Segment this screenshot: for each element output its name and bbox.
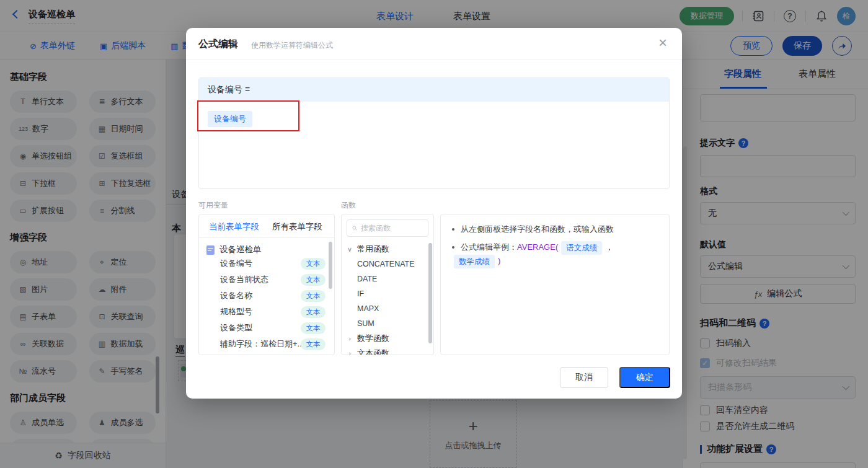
- function-search-input[interactable]: [361, 224, 423, 232]
- functions-scrollbar[interactable]: [428, 243, 432, 343]
- example-field-chip: 数学成绩: [454, 255, 495, 268]
- group-math-functions[interactable]: ›数学函数: [342, 331, 433, 346]
- close-icon[interactable]: ×: [658, 35, 667, 50]
- modal-header: 公式编辑 使用数学运算符编辑公式 ×: [186, 28, 682, 60]
- field-type-badge: 文本: [301, 274, 326, 286]
- search-icon: [352, 224, 357, 232]
- example-field-chip: 语文成绩: [561, 241, 602, 255]
- formula-target: 设备编号 =: [199, 78, 669, 102]
- tree-root-form[interactable]: 设备巡检单: [206, 244, 334, 255]
- modal-title: 公式编辑: [198, 38, 238, 51]
- function-concatenate[interactable]: CONCATENATE: [342, 257, 433, 272]
- field-type-badge: 文本: [301, 306, 326, 318]
- bullet-icon: [452, 246, 454, 249]
- hints-panel: 从左侧面板选择字段名和函数，或输入函数 公式编辑举例： AVERAGE( 语文成…: [440, 214, 670, 355]
- confirm-button[interactable]: 确定: [619, 367, 670, 388]
- function-sum[interactable]: SUM: [342, 316, 433, 331]
- tree-field-spec-model[interactable]: 规格型号文本: [199, 304, 334, 320]
- field-type-badge: 文本: [301, 322, 326, 334]
- tab-all-form-fields[interactable]: 所有表单字段: [272, 221, 322, 232]
- functions-panel: ∨常用函数 CONCATENATE DATE IF MAPX SUM ›数学函数…: [341, 214, 434, 355]
- variables-tabs: 当前表单字段 所有表单字段: [199, 214, 334, 238]
- caret-down-icon: ∨: [347, 245, 353, 254]
- group-text-functions[interactable]: ›文本函数: [342, 346, 433, 355]
- variables-panel: 当前表单字段 所有表单字段 设备巡检单 设备编号文本 设备当前状态文本 设备名称…: [198, 214, 335, 355]
- variables-label: 可用变量: [198, 200, 228, 211]
- tree-field-device-status[interactable]: 设备当前状态文本: [199, 272, 334, 288]
- tree-field-device-no[interactable]: 设备编号文本: [199, 255, 334, 272]
- tree-field-device-name[interactable]: 设备名称文本: [199, 288, 334, 304]
- function-search: [347, 219, 428, 237]
- tree-field-device-type[interactable]: 设备类型文本: [199, 320, 334, 336]
- caret-right-icon: ›: [347, 335, 353, 342]
- hint-line-2: 公式编辑举例： AVERAGE( 语文成绩 ， 数学成绩 ): [451, 241, 660, 268]
- app-screen: 设备巡检单 表单设计 表单设置 数据管理 ? 检 ⊘表单外链 ▣后端脚本 ▥数据…: [0, 0, 868, 468]
- group-common-functions[interactable]: ∨常用函数: [342, 242, 433, 257]
- form-file-icon: [206, 245, 215, 255]
- hint-line-1: 从左侧面板选择字段名和函数，或输入函数: [451, 223, 660, 236]
- tab-current-form-fields[interactable]: 当前表单字段: [209, 221, 259, 232]
- caret-right-icon: ›: [347, 350, 353, 355]
- tree-field-aux[interactable]: 辅助字段：巡检日期+...文本: [199, 336, 334, 352]
- cancel-button[interactable]: 取消: [560, 367, 608, 388]
- formula-editor[interactable]: 设备编号 = 设备编号: [198, 77, 670, 189]
- field-type-badge: 文本: [301, 258, 326, 270]
- field-type-badge: 文本: [301, 338, 326, 350]
- formula-field-token[interactable]: 设备编号: [208, 111, 252, 127]
- formula-edit-modal: 公式编辑 使用数学运算符编辑公式 × 设备编号 = 设备编号 可用变量 函数 当…: [186, 28, 682, 399]
- function-mapx[interactable]: MAPX: [342, 301, 433, 316]
- functions-label: 函数: [341, 200, 356, 211]
- example-function-name: AVERAGE(: [517, 241, 558, 254]
- function-date[interactable]: DATE: [342, 272, 433, 286]
- example-close-paren: ): [498, 255, 500, 267]
- field-type-badge: 文本: [301, 290, 326, 302]
- function-if[interactable]: IF: [342, 286, 433, 301]
- bullet-icon: [452, 228, 454, 231]
- modal-subtitle: 使用数学运算符编辑公式: [251, 40, 333, 51]
- variables-scrollbar[interactable]: [329, 242, 332, 289]
